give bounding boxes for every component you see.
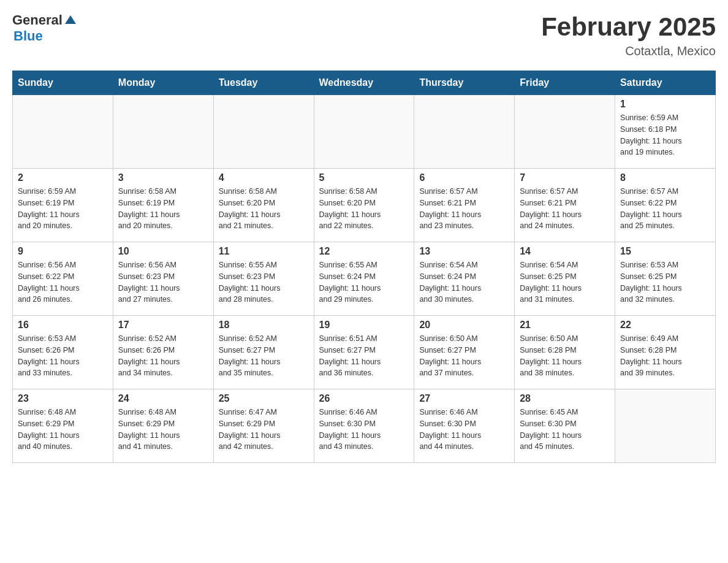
calendar-cell	[13, 95, 113, 169]
day-number: 9	[18, 246, 108, 257]
day-number: 27	[419, 393, 509, 404]
day-info: Sunrise: 6:56 AM Sunset: 6:23 PM Dayligh…	[118, 259, 208, 305]
calendar-subtitle: Cotaxtla, Mexico	[541, 44, 716, 58]
logo: General Blue	[12, 12, 77, 44]
calendar-week-row: 2Sunrise: 6:59 AM Sunset: 6:19 PM Daylig…	[13, 169, 716, 242]
day-number: 11	[219, 246, 309, 257]
weekday-header-saturday: Saturday	[615, 71, 716, 95]
weekday-header-monday: Monday	[113, 71, 213, 95]
day-number: 22	[620, 320, 710, 331]
weekday-header-wednesday: Wednesday	[314, 71, 414, 95]
calendar-cell: 26Sunrise: 6:46 AM Sunset: 6:30 PM Dayli…	[314, 389, 414, 463]
day-number: 6	[419, 172, 509, 183]
day-info: Sunrise: 6:57 AM Sunset: 6:21 PM Dayligh…	[419, 186, 509, 232]
day-number: 28	[520, 393, 610, 404]
day-number: 19	[319, 320, 409, 331]
day-info: Sunrise: 6:54 AM Sunset: 6:24 PM Dayligh…	[419, 259, 509, 305]
calendar-cell: 8Sunrise: 6:57 AM Sunset: 6:22 PM Daylig…	[615, 169, 716, 242]
day-number: 23	[18, 393, 108, 404]
day-number: 24	[118, 393, 208, 404]
day-number: 8	[620, 172, 710, 183]
day-number: 10	[118, 246, 208, 257]
calendar-cell	[113, 95, 213, 169]
calendar-cell: 3Sunrise: 6:58 AM Sunset: 6:19 PM Daylig…	[113, 169, 213, 242]
calendar-week-row: 9Sunrise: 6:56 AM Sunset: 6:22 PM Daylig…	[13, 242, 716, 316]
day-info: Sunrise: 6:49 AM Sunset: 6:28 PM Dayligh…	[620, 333, 710, 379]
calendar-week-row: 23Sunrise: 6:48 AM Sunset: 6:29 PM Dayli…	[13, 389, 716, 463]
calendar-cell	[314, 95, 414, 169]
day-info: Sunrise: 6:47 AM Sunset: 6:29 PM Dayligh…	[219, 407, 309, 453]
calendar-cell: 7Sunrise: 6:57 AM Sunset: 6:21 PM Daylig…	[515, 169, 615, 242]
calendar-cell	[213, 95, 314, 169]
day-number: 17	[118, 320, 208, 331]
calendar-cell: 16Sunrise: 6:53 AM Sunset: 6:26 PM Dayli…	[13, 316, 113, 389]
day-number: 21	[520, 320, 610, 331]
logo-blue-text: Blue	[13, 28, 43, 44]
calendar-cell	[414, 95, 515, 169]
day-number: 16	[18, 320, 108, 331]
day-info: Sunrise: 6:55 AM Sunset: 6:24 PM Dayligh…	[319, 259, 409, 305]
calendar-cell	[615, 389, 716, 463]
calendar-cell: 10Sunrise: 6:56 AM Sunset: 6:23 PM Dayli…	[113, 242, 213, 316]
calendar-table: SundayMondayTuesdayWednesdayThursdayFrid…	[12, 71, 716, 463]
day-info: Sunrise: 6:46 AM Sunset: 6:30 PM Dayligh…	[419, 407, 509, 453]
day-info: Sunrise: 6:52 AM Sunset: 6:27 PM Dayligh…	[219, 333, 309, 379]
calendar-cell: 21Sunrise: 6:50 AM Sunset: 6:28 PM Dayli…	[515, 316, 615, 389]
calendar-cell: 1Sunrise: 6:59 AM Sunset: 6:18 PM Daylig…	[615, 95, 716, 169]
day-info: Sunrise: 6:55 AM Sunset: 6:23 PM Dayligh…	[219, 259, 309, 305]
calendar-cell: 25Sunrise: 6:47 AM Sunset: 6:29 PM Dayli…	[213, 389, 314, 463]
calendar-week-row: 16Sunrise: 6:53 AM Sunset: 6:26 PM Dayli…	[13, 316, 716, 389]
calendar-cell: 13Sunrise: 6:54 AM Sunset: 6:24 PM Dayli…	[414, 242, 515, 316]
logo-general-text: General	[12, 12, 63, 28]
day-number: 2	[18, 172, 108, 183]
day-info: Sunrise: 6:50 AM Sunset: 6:28 PM Dayligh…	[520, 333, 610, 379]
weekday-header-friday: Friday	[515, 71, 615, 95]
day-info: Sunrise: 6:48 AM Sunset: 6:29 PM Dayligh…	[18, 407, 108, 453]
day-number: 13	[419, 246, 509, 257]
calendar-cell	[515, 95, 615, 169]
calendar-title: February 2025	[541, 12, 716, 42]
day-info: Sunrise: 6:59 AM Sunset: 6:18 PM Dayligh…	[620, 112, 710, 158]
calendar-cell: 15Sunrise: 6:53 AM Sunset: 6:25 PM Dayli…	[615, 242, 716, 316]
calendar-cell: 6Sunrise: 6:57 AM Sunset: 6:21 PM Daylig…	[414, 169, 515, 242]
calendar-cell: 28Sunrise: 6:45 AM Sunset: 6:30 PM Dayli…	[515, 389, 615, 463]
calendar-cell: 24Sunrise: 6:48 AM Sunset: 6:29 PM Dayli…	[113, 389, 213, 463]
day-info: Sunrise: 6:48 AM Sunset: 6:29 PM Dayligh…	[118, 407, 208, 453]
calendar-cell: 20Sunrise: 6:50 AM Sunset: 6:27 PM Dayli…	[414, 316, 515, 389]
day-number: 12	[319, 246, 409, 257]
calendar-cell: 22Sunrise: 6:49 AM Sunset: 6:28 PM Dayli…	[615, 316, 716, 389]
day-info: Sunrise: 6:59 AM Sunset: 6:19 PM Dayligh…	[18, 186, 108, 232]
day-number: 25	[219, 393, 309, 404]
day-info: Sunrise: 6:58 AM Sunset: 6:19 PM Dayligh…	[118, 186, 208, 232]
weekday-header-tuesday: Tuesday	[213, 71, 314, 95]
calendar-cell: 2Sunrise: 6:59 AM Sunset: 6:19 PM Daylig…	[13, 169, 113, 242]
calendar-cell: 14Sunrise: 6:54 AM Sunset: 6:25 PM Dayli…	[515, 242, 615, 316]
day-info: Sunrise: 6:45 AM Sunset: 6:30 PM Dayligh…	[520, 407, 610, 453]
day-info: Sunrise: 6:56 AM Sunset: 6:22 PM Dayligh…	[18, 259, 108, 305]
svg-marker-0	[65, 15, 76, 24]
calendar-cell: 19Sunrise: 6:51 AM Sunset: 6:27 PM Dayli…	[314, 316, 414, 389]
weekday-header-thursday: Thursday	[414, 71, 515, 95]
calendar-cell: 9Sunrise: 6:56 AM Sunset: 6:22 PM Daylig…	[13, 242, 113, 316]
day-info: Sunrise: 6:54 AM Sunset: 6:25 PM Dayligh…	[520, 259, 610, 305]
day-info: Sunrise: 6:57 AM Sunset: 6:21 PM Dayligh…	[520, 186, 610, 232]
day-info: Sunrise: 6:53 AM Sunset: 6:25 PM Dayligh…	[620, 259, 710, 305]
calendar-cell: 17Sunrise: 6:52 AM Sunset: 6:26 PM Dayli…	[113, 316, 213, 389]
day-info: Sunrise: 6:52 AM Sunset: 6:26 PM Dayligh…	[118, 333, 208, 379]
calendar-cell: 27Sunrise: 6:46 AM Sunset: 6:30 PM Dayli…	[414, 389, 515, 463]
day-info: Sunrise: 6:46 AM Sunset: 6:30 PM Dayligh…	[319, 407, 409, 453]
calendar-cell: 23Sunrise: 6:48 AM Sunset: 6:29 PM Dayli…	[13, 389, 113, 463]
page-header: General Blue February 2025 Cotaxtla, Mex…	[12, 12, 716, 58]
day-number: 7	[520, 172, 610, 183]
calendar-cell: 12Sunrise: 6:55 AM Sunset: 6:24 PM Dayli…	[314, 242, 414, 316]
calendar-cell: 18Sunrise: 6:52 AM Sunset: 6:27 PM Dayli…	[213, 316, 314, 389]
day-info: Sunrise: 6:58 AM Sunset: 6:20 PM Dayligh…	[219, 186, 309, 232]
day-number: 4	[219, 172, 309, 183]
day-info: Sunrise: 6:50 AM Sunset: 6:27 PM Dayligh…	[419, 333, 509, 379]
day-number: 3	[118, 172, 208, 183]
weekday-header-sunday: Sunday	[13, 71, 113, 95]
day-info: Sunrise: 6:58 AM Sunset: 6:20 PM Dayligh…	[319, 186, 409, 232]
day-number: 14	[520, 246, 610, 257]
day-info: Sunrise: 6:57 AM Sunset: 6:22 PM Dayligh…	[620, 186, 710, 232]
day-number: 15	[620, 246, 710, 257]
